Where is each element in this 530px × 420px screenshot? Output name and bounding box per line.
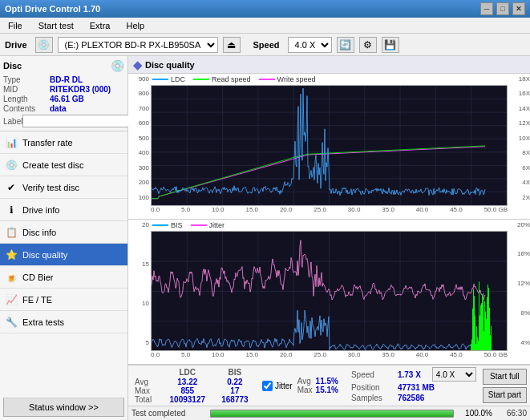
nav-verify-label: Verify test disc bbox=[22, 183, 79, 192]
sidebar-item-cd-bier[interactable]: 🍺 CD Bier bbox=[0, 266, 127, 289]
drive-icon: 💿 bbox=[35, 37, 53, 53]
create-test-disc-icon: 💿 bbox=[5, 160, 18, 171]
read-speed-legend: Read speed bbox=[193, 75, 251, 83]
avg-bis: 0.22 bbox=[214, 378, 256, 386]
ldc-legend-label: LDC bbox=[171, 75, 185, 83]
disc-section-title: Disc bbox=[3, 61, 22, 71]
start-full-button[interactable]: Start full bbox=[483, 369, 527, 385]
action-buttons: Start full Start part bbox=[483, 367, 527, 404]
disc-label-label: Label bbox=[3, 117, 22, 126]
ldc-legend: LDC bbox=[152, 75, 185, 83]
bottom-chart-y-left: 5 10 15 20 bbox=[128, 220, 151, 349]
status-text: Test completed bbox=[131, 409, 204, 418]
cd-bier-icon: 🍺 bbox=[5, 272, 18, 283]
speed-dropdown[interactable]: 4.0 X bbox=[432, 367, 476, 382]
bottom-chart-legend: BIS Jitter bbox=[152, 221, 225, 229]
top-canvas bbox=[152, 86, 507, 205]
fe-te-icon: 📈 bbox=[5, 294, 18, 305]
write-speed-legend-label: Write speed bbox=[277, 75, 316, 83]
disc-quality-title: Disc quality bbox=[145, 60, 195, 70]
avg-ldc: 13.22 bbox=[161, 378, 214, 386]
sidebar-item-disc-info[interactable]: 📋 Disc info bbox=[0, 221, 127, 244]
drive-select[interactable]: (E:) PLEXTOR BD-R PX-LB950SA 1.06 bbox=[58, 37, 218, 53]
bottom-chart-y-right: 4% 8% 12% 16% 20% bbox=[508, 220, 530, 349]
jitter-checkbox[interactable] bbox=[262, 381, 273, 391]
progress-time: 66:30 bbox=[499, 409, 527, 418]
total-bis: 168773 bbox=[214, 395, 256, 404]
mid-label: MID bbox=[3, 85, 50, 94]
sidebar-item-create-test-disc[interactable]: 💿 Create test disc bbox=[0, 154, 127, 176]
read-speed-legend-label: Read speed bbox=[212, 75, 251, 83]
app-title: Opti Drive Control 1.70 bbox=[5, 4, 100, 14]
save-button[interactable]: 💾 bbox=[382, 37, 399, 53]
nav-cd-bier-label: CD Bier bbox=[22, 273, 54, 282]
disc-label-input[interactable] bbox=[22, 115, 129, 127]
avg-label: Avg bbox=[131, 378, 161, 386]
speed-label: Speed bbox=[253, 40, 280, 50]
settings-button[interactable]: ⚙ bbox=[359, 37, 377, 53]
stats-row: LDC BIS Avg 13.22 0.22 Max 855 bbox=[128, 365, 530, 406]
sidebar-item-fe-te[interactable]: 📈 FE / TE bbox=[0, 289, 127, 311]
disc-info-icon: 📋 bbox=[5, 227, 18, 238]
top-chart: LDC Read speed Write speed 100 200 30 bbox=[128, 74, 530, 220]
nav-disc-info-label: Disc info bbox=[22, 228, 56, 237]
menu-extra[interactable]: Extra bbox=[85, 19, 115, 32]
speed-value: 1.73 X bbox=[398, 370, 421, 379]
start-part-button[interactable]: Start part bbox=[483, 387, 527, 403]
charts-area: LDC Read speed Write speed 100 200 30 bbox=[128, 74, 530, 365]
maximize-button[interactable]: □ bbox=[496, 2, 509, 15]
table-row-total: Total 10093127 168773 bbox=[131, 395, 256, 404]
total-ldc: 10093127 bbox=[161, 395, 214, 404]
jitter-section: Jitter Avg 11.5% Max 15.1% bbox=[262, 367, 338, 404]
samples-label: Samples bbox=[351, 394, 391, 402]
minimize-button[interactable]: ─ bbox=[480, 2, 493, 15]
length-label: Length bbox=[3, 95, 50, 103]
speed-select-display: 4.0 X bbox=[432, 367, 476, 382]
samples-value: 762586 bbox=[398, 394, 424, 402]
position-label: Position bbox=[351, 383, 391, 392]
speed-row-label: Speed bbox=[351, 370, 391, 379]
nav-transfer-rate-label: Transfer rate bbox=[22, 138, 73, 147]
col-header-ldc: LDC bbox=[161, 367, 214, 378]
top-chart-x-axis: 0.0 5.0 10.0 15.0 20.0 25.0 30.0 35.0 40… bbox=[151, 206, 508, 219]
col-header-bis: BIS bbox=[214, 367, 256, 378]
bottom-chart-x-axis: 0.0 5.0 10.0 15.0 20.0 25.0 30.0 35.0 40… bbox=[151, 351, 508, 364]
extra-tests-icon: 🔧 bbox=[5, 317, 18, 328]
sidebar-item-disc-quality[interactable]: ⭐ Disc quality bbox=[0, 244, 127, 266]
max-label: Max bbox=[131, 386, 161, 395]
drive-info-icon: ℹ bbox=[5, 204, 18, 216]
close-button[interactable]: ✕ bbox=[512, 2, 525, 15]
window-controls: ─ □ ✕ bbox=[480, 2, 525, 15]
nav-disc-quality-label: Disc quality bbox=[22, 250, 67, 260]
eject-button[interactable]: ⏏ bbox=[223, 37, 241, 53]
nav-fe-te-label: FE / TE bbox=[22, 295, 52, 305]
sidebar: Disc 💿 Type BD-R DL MID RITEKDR3 (000) L… bbox=[0, 56, 128, 420]
bottom-canvas bbox=[152, 232, 507, 351]
sidebar-item-verify-test-disc[interactable]: ✔ Verify test disc bbox=[0, 176, 127, 199]
drive-bar: Drive 💿 (E:) PLEXTOR BD-R PX-LB950SA 1.0… bbox=[0, 34, 530, 56]
sidebar-item-extra-tests[interactable]: 🔧 Extra tests bbox=[0, 311, 127, 333]
bottom-chart-inner bbox=[151, 231, 508, 352]
refresh-button[interactable]: 🔄 bbox=[337, 37, 354, 53]
menu-start-test[interactable]: Start test bbox=[34, 19, 79, 32]
progress-fill bbox=[211, 410, 453, 417]
transfer-rate-icon: 📊 bbox=[5, 137, 18, 148]
jitter-legend: Jitter bbox=[191, 221, 225, 229]
sidebar-item-transfer-rate[interactable]: 📊 Transfer rate bbox=[0, 131, 127, 154]
disc-info-panel: Disc 💿 Type BD-R DL MID RITEKDR3 (000) L… bbox=[0, 56, 127, 131]
speed-select[interactable]: 4.0 X 1.0 X 2.0 X 8.0 X Max bbox=[288, 37, 332, 53]
top-chart-legend: LDC Read speed Write speed bbox=[152, 75, 315, 83]
sidebar-item-drive-info[interactable]: ℹ Drive info bbox=[0, 199, 127, 221]
menu-help[interactable]: Help bbox=[121, 19, 149, 32]
title-bar: Opti Drive Control 1.70 ─ □ ✕ bbox=[0, 0, 530, 18]
max-bis: 17 bbox=[214, 386, 256, 395]
top-chart-y-left: 100 200 300 400 500 600 700 800 900 bbox=[128, 74, 151, 203]
jitter-max-value: 15.1% bbox=[316, 386, 338, 394]
disc-quality-icon: ⭐ bbox=[5, 249, 18, 260]
menu-file[interactable]: File bbox=[3, 19, 27, 32]
jitter-avg-value: 11.5% bbox=[316, 377, 338, 386]
status-window-button[interactable]: Status window >> bbox=[3, 398, 124, 417]
type-label: Type bbox=[3, 75, 50, 84]
jitter-avg-row: Avg 11.5% bbox=[297, 377, 338, 386]
nav-items: 📊 Transfer rate 💿 Create test disc ✔ Ver… bbox=[0, 131, 127, 394]
